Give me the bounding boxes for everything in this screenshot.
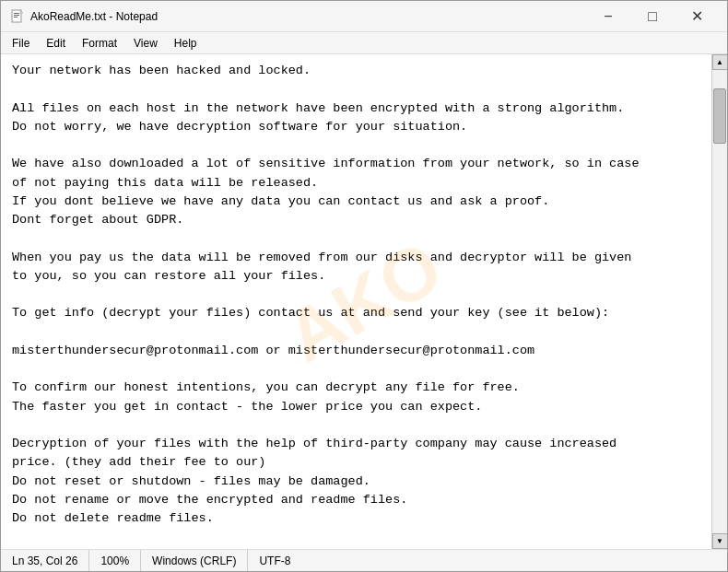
- svg-rect-0: [12, 10, 21, 22]
- maximize-button[interactable]: □: [631, 1, 674, 32]
- scroll-up-button[interactable]: ▲: [712, 54, 728, 70]
- menu-view[interactable]: View: [126, 35, 165, 52]
- scroll-thumb[interactable]: [713, 88, 726, 144]
- scrollbar[interactable]: ▲ ▼: [711, 54, 727, 549]
- zoom-level: 100%: [89, 550, 141, 571]
- cursor-position: Ln 35, Col 26: [1, 550, 89, 571]
- status-bar: Ln 35, Col 26 100% Windows (CRLF) UTF-8: [1, 549, 727, 571]
- window-title: AkoReadMe.txt - Notepad: [30, 10, 587, 23]
- text-editor[interactable]: Your network has been hacked and locked.…: [1, 54, 711, 549]
- menu-format[interactable]: Format: [75, 35, 124, 52]
- content-area: AKO Your network has been hacked and loc…: [1, 54, 727, 549]
- svg-rect-3: [14, 17, 18, 18]
- scroll-track[interactable]: [712, 70, 727, 533]
- app-icon: [10, 9, 25, 24]
- encoding: UTF-8: [248, 550, 301, 571]
- minimize-button[interactable]: −: [587, 1, 629, 32]
- window-controls: − □ ✕: [587, 1, 718, 32]
- close-button[interactable]: ✕: [675, 1, 718, 32]
- svg-rect-2: [14, 15, 19, 16]
- title-bar: AkoReadMe.txt - Notepad − □ ✕: [1, 1, 727, 32]
- menu-edit[interactable]: Edit: [39, 35, 73, 52]
- svg-rect-1: [14, 13, 19, 14]
- scroll-down-button[interactable]: ▼: [712, 533, 728, 549]
- notepad-window: AkoReadMe.txt - Notepad − □ ✕ File Edit …: [0, 0, 728, 572]
- menu-file[interactable]: File: [5, 35, 37, 52]
- line-ending: Windows (CRLF): [141, 550, 248, 571]
- menu-bar: File Edit Format View Help: [1, 32, 727, 54]
- menu-help[interactable]: Help: [167, 35, 205, 52]
